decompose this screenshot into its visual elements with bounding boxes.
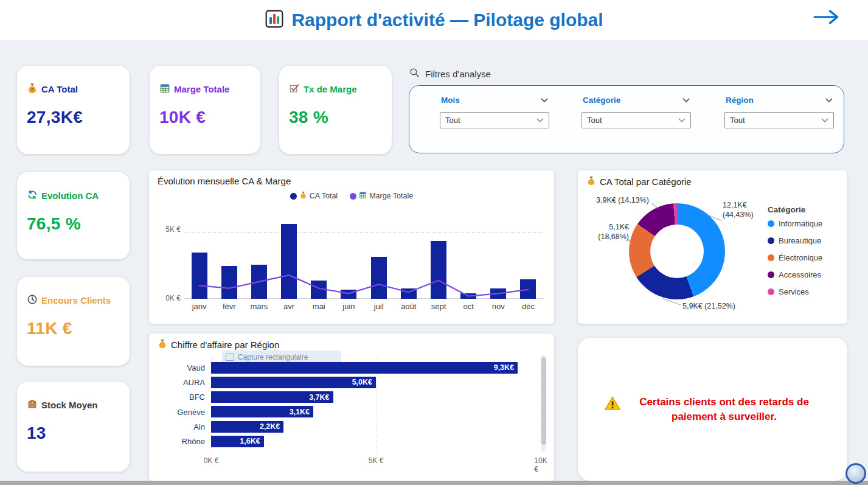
bar-rows: Vaud9,3K€AURA5,0K€BFC3,7K€Genève3,1K€Ain… [154,360,540,449]
x-axis-tick: 0K € [204,456,219,465]
region-bar-ain[interactable]: 2,2K€ [211,421,283,433]
bar-value-label: 9,3K€ [494,363,514,372]
legend-item-marge-totale[interactable]: Marge Totale [350,191,413,201]
kpi-card-stock-moyen: Stock Moyen 13 [17,382,130,472]
money-bag-icon [158,339,167,351]
kpi-card-tx-marge: Tx de Marge 38 % [279,66,392,154]
kpi-card-marge-totale: Marge Totale 10K € [150,66,260,154]
filters-panel: Mois Tout Catégorie Tout Région [409,85,844,153]
chevron-down-icon [536,116,544,125]
slicer-header-mois[interactable]: Mois [440,96,549,105]
legend-dot [768,220,774,227]
money-bag-icon [299,191,307,201]
legend-item-accessoires[interactable]: Accessoires [768,270,822,279]
region-row-vaud: Vaud9,3K€ [154,360,540,375]
legend-item-électronique[interactable]: Électronique [768,253,822,262]
chevron-down-icon [825,96,833,105]
scrollbar-thumb[interactable] [541,357,546,445]
kpi-title: CA Total [41,84,78,94]
kpi-value: 38 % [289,108,382,127]
bar-track: 9,3K€ [211,360,540,375]
slicer-header-categorie[interactable]: Catégorie [582,96,691,105]
refresh-arrows-icon [27,189,38,202]
donut-legend: InformatiqueBureautiqueÉlectroniqueAcces… [768,219,822,296]
slicer-categorie: Catégorie Tout [582,96,691,128]
kpi-value: 76,5 % [27,214,120,234]
callout-electronique: 5,1K€ (18,68%) [586,223,629,242]
calendar-icon [159,83,170,96]
region-bar-aura[interactable]: 5,0K€ [211,377,376,388]
marge-line-series[interactable] [184,211,543,299]
month-label: août [394,302,423,311]
x-axis-tick: 5K € [369,456,384,465]
bar-value-label: 1,6K€ [240,437,260,445]
x-axis-tick: 10K € [534,456,547,473]
slicer-mois: Mois Tout [440,96,549,128]
kpi-value: 11K € [27,319,120,338]
legend-dot [768,237,774,244]
kpi-value: 13 [27,424,120,443]
monthly-evolution-chart: Évolution mensuelle CA & Marge CA Total … [149,170,554,324]
bar-track: 5,0K€ [211,375,540,389]
y-axis-tick: 5K € [155,225,181,234]
region-row-genève: Genève3,1K€ [154,405,540,419]
legend-item-ca-total[interactable]: CA Total [290,191,338,201]
kpi-title: Tx de Marge [304,84,357,94]
bar-value-label: 2,2K€ [260,422,280,431]
legend-label: Services [779,287,809,296]
kpi-title: Marge Totale [174,84,229,94]
month-label: nov [484,302,513,311]
bar-chart-icon [265,9,284,31]
watermark-logo [845,463,866,484]
region-bar-vaud[interactable]: 9,3K€ [211,362,518,374]
region-bar-bfc[interactable]: 3,7K€ [211,391,333,403]
y-axis-tick: 0K € [155,294,181,302]
month-label: févr [214,302,244,311]
bar-track: 3,7K€ [211,390,540,405]
region-bar-genève[interactable]: 3,1K€ [211,406,313,417]
legend-dot [768,254,774,261]
month-label: janv [184,302,214,311]
chevron-down-icon [678,116,686,125]
legend-title: Catégorie [768,205,805,214]
month-label: déc [513,302,543,311]
slicer-dropdown-categorie[interactable]: Tout [582,112,691,128]
kpi-value: 10K € [159,108,251,127]
legend-label: Électronique [779,253,822,262]
region-row-bfc: BFC3,7K€ [154,390,540,405]
slicer-header-region[interactable]: Région [724,96,834,105]
bar-track: 1,6K€ [211,434,540,448]
legend-item-services[interactable]: Services [768,287,822,296]
region-bar-rhône[interactable]: 1,6K€ [211,436,264,447]
month-label: avr [274,302,304,311]
next-page-arrow-button[interactable] [813,9,840,28]
slicer-dropdown-region[interactable]: Tout [724,112,834,128]
legend-item-bureautique[interactable]: Bureautique [768,236,822,245]
region-row-aura: AURA5,0K€ [154,375,540,389]
column-chart-plot-area [184,211,543,299]
alert-message: Certains clients ont des retards de paie… [627,395,822,424]
package-icon [27,399,38,411]
x-axis-labels: janvfévrmarsavrmaijuinjuilaoûtseptoctnov… [184,302,543,311]
legend-item-informatique[interactable]: Informatique [768,219,822,228]
kpi-card-ca-total: € CA Total 27,3K€ [17,66,130,154]
chevron-down-icon [821,116,828,125]
region-label: AURA [154,378,211,387]
region-label: Rhône [154,437,211,446]
region-label: Genève [154,408,211,417]
payment-alert-card: Certains clients ont des retards de paie… [578,338,847,481]
legend-dot [290,193,297,200]
category-donut-chart: CA Total par Catégorie 3,9K€ (14,13%) 12… [578,170,847,324]
chevron-down-icon [682,96,690,105]
month-label: oct [454,302,484,311]
x-axis-ticks: 0K €5K €10K € [211,456,540,466]
legend-label: Bureautique [779,236,821,245]
region-row-rhône: Rhône1,6K€ [154,434,540,448]
kpi-card-encours-clients: Encours Clients 11K € [17,277,130,366]
month-label: mai [304,302,334,311]
month-label: sept [423,302,453,311]
callout-bureautique: 5,9K€ (21,52%) [682,302,735,312]
bar-track: 3,1K€ [211,405,540,419]
slicer-dropdown-mois[interactable]: Tout [440,112,549,128]
chart-legend: CA Total Marge Totale [149,191,554,201]
